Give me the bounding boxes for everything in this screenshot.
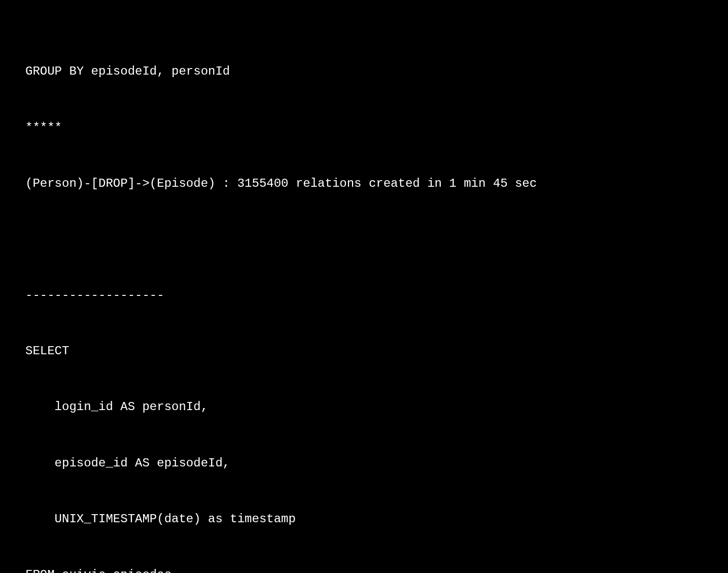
terminal-line: login_id AS personId, (25, 398, 703, 417)
terminal-line (25, 230, 703, 249)
terminal-line: episode_id AS episodeId, (25, 454, 703, 473)
terminal-output[interactable]: GROUP BY episodeId, personId ***** (Pers… (25, 25, 703, 573)
terminal-line: ***** (25, 119, 703, 138)
terminal-line: (Person)-[DROP]->(Episode) : 3155400 rel… (25, 175, 703, 193)
terminal-line: ------------------- (25, 286, 703, 305)
terminal-line: SELECT (25, 342, 703, 361)
terminal-line: GROUP BY episodeId, personId (25, 62, 703, 81)
terminal-line: FROM suivis_episodes (25, 566, 703, 573)
terminal-line: UNIX_TIMESTAMP(date) as timestamp (25, 510, 703, 529)
